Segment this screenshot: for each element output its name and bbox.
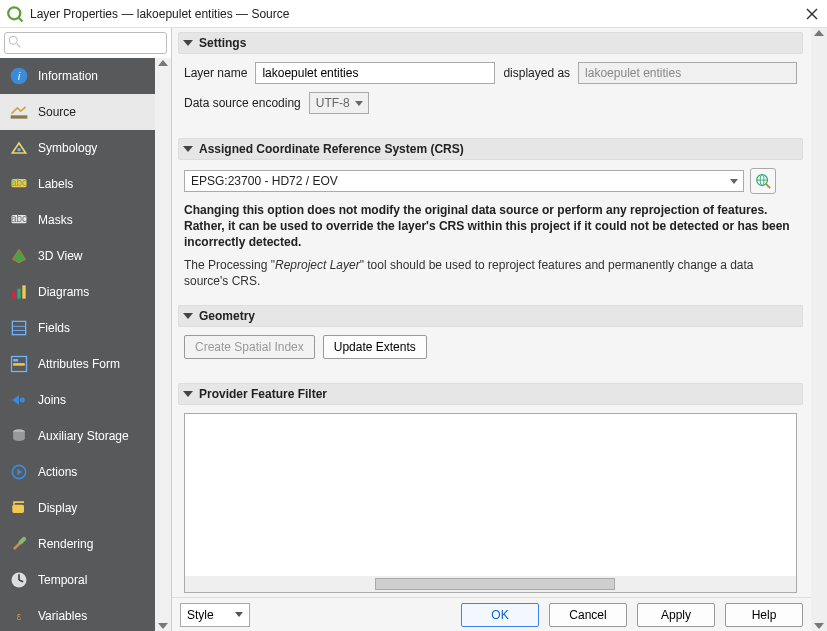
sidebar-icon <box>8 497 30 519</box>
svg-rect-17 <box>12 321 25 334</box>
sidebar-item-label: Display <box>38 501 77 515</box>
displayed-as-label: displayed as <box>503 66 570 80</box>
ok-button[interactable]: OK <box>461 603 539 627</box>
sidebar-item-label: Labels <box>38 177 73 191</box>
main-scrollbar[interactable] <box>811 28 827 631</box>
svg-point-23 <box>20 398 25 403</box>
window-title: Layer Properties — lakoepulet entities —… <box>30 7 803 21</box>
sidebar-item-symbology[interactable]: Symbology <box>0 130 155 166</box>
section-header-filter[interactable]: Provider Feature Filter <box>178 383 803 405</box>
sidebar-item-label: Variables <box>38 609 87 623</box>
sidebar-icon: abc <box>8 173 30 195</box>
sidebar-search-input[interactable] <box>4 32 167 54</box>
sidebar-item-temporal[interactable]: Temporal <box>0 562 155 598</box>
cancel-button[interactable]: Cancel <box>549 603 627 627</box>
sidebar-item-actions[interactable]: Actions <box>0 454 155 490</box>
scrollbar-thumb[interactable] <box>375 578 615 590</box>
sidebar-icon <box>8 245 30 267</box>
sidebar-item-label: 3D View <box>38 249 82 263</box>
section-header-crs[interactable]: Assigned Coordinate Reference System (CR… <box>178 138 803 160</box>
sidebar-icon <box>8 425 30 447</box>
sidebar-item-masks[interactable]: abcMasks <box>0 202 155 238</box>
create-spatial-index-button: Create Spatial Index <box>184 335 315 359</box>
sidebar: iInformationSourceSymbologyabcLabelsabcM… <box>0 58 171 631</box>
svg-text:ε: ε <box>17 611 22 622</box>
sidebar-item-label: Masks <box>38 213 73 227</box>
scroll-down-icon[interactable] <box>158 623 168 629</box>
svg-text:abc: abc <box>11 177 27 188</box>
scroll-up-icon[interactable] <box>158 60 168 66</box>
svg-text:abc: abc <box>11 213 27 224</box>
update-extents-button[interactable]: Update Extents <box>323 335 427 359</box>
sidebar-item-label: Fields <box>38 321 70 335</box>
crs-hint-text: The Processing "Reproject Layer" tool sh… <box>184 257 797 289</box>
filter-textarea[interactable] <box>184 413 797 593</box>
help-button[interactable]: Help <box>725 603 803 627</box>
titlebar: Layer Properties — lakoepulet entities —… <box>0 0 827 28</box>
svg-rect-8 <box>11 115 28 118</box>
svg-rect-15 <box>17 289 20 299</box>
collapse-icon <box>183 313 193 319</box>
sidebar-item-diagrams[interactable]: Diagrams <box>0 274 155 310</box>
sidebar-item-3d-view[interactable]: 3D View <box>0 238 155 274</box>
collapse-icon <box>183 146 193 152</box>
svg-point-9 <box>17 148 20 151</box>
sidebar-item-label: Attributes Form <box>38 357 120 371</box>
section-title: Geometry <box>199 309 255 323</box>
sidebar-item-label: Rendering <box>38 537 93 551</box>
sidebar-item-label: Temporal <box>38 573 87 587</box>
encoding-combo[interactable]: UTF-8 <box>309 92 369 114</box>
collapse-icon <box>183 40 193 46</box>
svg-rect-22 <box>13 363 25 366</box>
filter-hscrollbar[interactable] <box>185 576 796 592</box>
sidebar-icon <box>8 317 30 339</box>
layer-name-label: Layer name <box>184 66 247 80</box>
sidebar-item-rendering[interactable]: Rendering <box>0 526 155 562</box>
search-icon <box>8 35 22 49</box>
svg-line-5 <box>17 44 21 48</box>
sidebar-item-information[interactable]: iInformation <box>0 58 155 94</box>
layer-name-input[interactable] <box>255 62 495 84</box>
sidebar-icon <box>8 533 30 555</box>
sidebar-icon <box>8 569 30 591</box>
sidebar-icon <box>8 281 30 303</box>
encoding-label: Data source encoding <box>184 96 301 110</box>
main-panel: Settings Layer name displayed as Data so… <box>172 28 811 631</box>
section-header-geometry[interactable]: Geometry <box>178 305 803 327</box>
crs-combo[interactable]: EPSG:23700 - HD72 / EOV <box>184 170 744 192</box>
sidebar-icon <box>8 353 30 375</box>
collapse-icon <box>183 391 193 397</box>
sidebar-item-attributes-form[interactable]: Attributes Form <box>0 346 155 382</box>
sidebar-item-label: Source <box>38 105 76 119</box>
section-header-settings[interactable]: Settings <box>178 32 803 54</box>
svg-rect-21 <box>13 359 18 362</box>
scroll-down-icon[interactable] <box>814 623 824 629</box>
svg-rect-16 <box>22 285 25 298</box>
svg-point-4 <box>9 36 17 44</box>
scroll-up-icon[interactable] <box>814 30 824 36</box>
style-menu-button[interactable]: Style <box>180 603 250 627</box>
sidebar-item-label: Symbology <box>38 141 97 155</box>
sidebar-scrollbar[interactable] <box>155 58 171 631</box>
dropdown-icon <box>235 612 243 617</box>
sidebar-item-label: Joins <box>38 393 66 407</box>
svg-line-1 <box>18 17 23 22</box>
sidebar-item-fields[interactable]: Fields <box>0 310 155 346</box>
sidebar-item-source[interactable]: Source <box>0 94 155 130</box>
app-logo <box>6 5 24 23</box>
sidebar-item-auxiliary-storage[interactable]: Auxiliary Storage <box>0 418 155 454</box>
sidebar-icon: abc <box>8 209 30 231</box>
sidebar-item-joins[interactable]: Joins <box>0 382 155 418</box>
displayed-as-input <box>578 62 797 84</box>
sidebar-item-variables[interactable]: εVariables <box>0 598 155 631</box>
close-button[interactable] <box>803 5 821 23</box>
sidebar-item-labels[interactable]: abcLabels <box>0 166 155 202</box>
apply-button[interactable]: Apply <box>637 603 715 627</box>
crs-picker-button[interactable] <box>750 168 776 194</box>
sidebar-icon <box>8 461 30 483</box>
svg-rect-26 <box>12 505 24 513</box>
sidebar-item-display[interactable]: Display <box>0 490 155 526</box>
section-title: Assigned Coordinate Reference System (CR… <box>199 142 464 156</box>
sidebar-icon <box>8 101 30 123</box>
section-title: Settings <box>199 36 246 50</box>
